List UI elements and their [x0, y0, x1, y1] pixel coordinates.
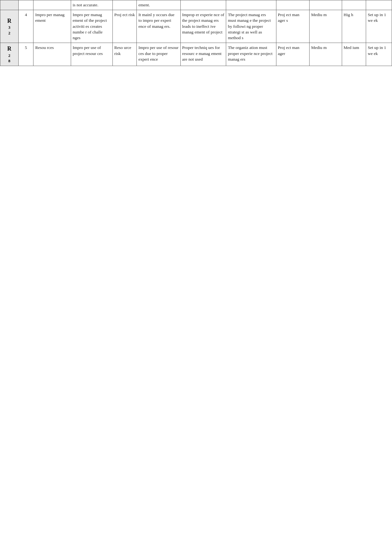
cell-c10-r4: Set up in 1 we ek — [366, 10, 392, 43]
cell-num-r4: 4 — [18, 10, 33, 43]
r-label-r5: R 2 8 — [2, 45, 17, 63]
r-label-r4: R 3 2 — [2, 17, 17, 36]
r-main-r5: R — [7, 45, 11, 52]
cell-c9-r5: Med ium — [342, 43, 366, 66]
r-main-r4: R — [7, 17, 11, 25]
cell-c9-stub — [342, 0, 366, 10]
cell-c4-r5: Impro per use of resour ces due to prope… — [137, 43, 180, 66]
cell-c10-stub — [366, 0, 392, 10]
cell-c6-r4: The project manag ers must manag e the p… — [226, 10, 276, 43]
r-sub2-r4: 2 — [8, 30, 10, 36]
cell-c5-r4: Improp er experie nce of the project man… — [180, 10, 226, 43]
cell-c5-r5: Proper techniq ues for resourc e manag e… — [180, 43, 226, 66]
risk-table: is not accurate. ement. R 3 2 — [0, 0, 392, 66]
cell-num-stub — [18, 0, 33, 10]
cell-r-r5: R 2 8 — [0, 43, 19, 66]
cell-r-r4: R 3 2 — [0, 10, 19, 43]
cell-c3-stub — [112, 0, 136, 10]
cell-c8-r4: Mediu m — [310, 10, 342, 43]
cell-c3-r5: Reso urce risk — [112, 43, 136, 66]
cell-c10-r5: Set up in 1 we ek — [366, 43, 392, 66]
cell-c4-stub: ement. — [137, 0, 180, 10]
r-sub1-r4: 3 — [8, 25, 10, 30]
cell-c3-r4: Proj ect risk — [112, 10, 136, 43]
cell-c2-r5: Impro per use of project resour ces — [71, 43, 113, 66]
cell-c8-r5: Mediu m — [310, 43, 342, 66]
cell-c7-stub — [276, 0, 309, 10]
cell-c7-r5: Proj ect man ager — [276, 43, 309, 66]
cell-r-stub — [0, 0, 19, 10]
table-row-r5: R 2 8 5 Resou rces Impro per use of proj… — [0, 43, 392, 66]
r-sub2-r5: 8 — [8, 58, 10, 64]
cell-num-r5: 5 — [18, 43, 33, 66]
cell-c6-r5: The organiz ation must proper experie nc… — [226, 43, 276, 66]
cell-c8-stub — [310, 0, 342, 10]
cell-c1-stub — [33, 0, 71, 10]
cell-c2-r4: Impro per manag ement of the project act… — [71, 10, 113, 43]
cell-c1-r4: Impro per manag ement — [33, 10, 71, 43]
r-sub1-r5: 2 — [8, 53, 10, 58]
cell-c1-r5: Resou rces — [33, 43, 71, 66]
table-row-r4: R 3 2 4 Impro per manag ement Impro per … — [0, 10, 392, 43]
cell-c9-r4: Hig h — [342, 10, 366, 43]
table-row-stub: is not accurate. ement. — [0, 0, 392, 10]
page: is not accurate. ement. R 3 2 — [0, 0, 392, 554]
cell-c5-stub — [180, 0, 226, 10]
cell-c2-stub: is not accurate. — [71, 0, 113, 10]
cell-c4-r4: It mainl y occurs due to impro per exper… — [137, 10, 180, 43]
cell-c7-r4: Proj ect man ager s — [276, 10, 309, 43]
cell-c6-stub — [226, 0, 276, 10]
